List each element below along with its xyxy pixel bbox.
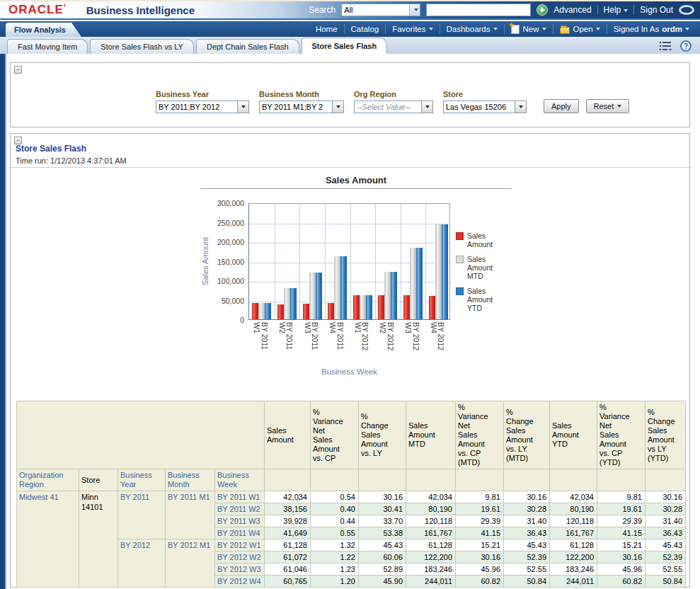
help-menu[interactable]: Help xyxy=(604,5,629,15)
bar-sales-amount[interactable] xyxy=(378,295,384,319)
bar-sales-amount-ytd[interactable] xyxy=(265,303,271,319)
signed-in-menu[interactable]: Signed In Asordm xyxy=(607,25,696,33)
column-header-store: Store xyxy=(79,469,118,491)
region-cell[interactable]: Midwest 41 xyxy=(17,491,79,588)
prompt-field-store: StoreLas Vegas 15206 xyxy=(443,90,527,113)
prompt-control: Las Vegas 15206 xyxy=(443,101,527,113)
week-cell[interactable]: BY 2011 W2 xyxy=(215,503,265,515)
bar-sales-amount-mtd[interactable] xyxy=(435,224,442,319)
empty-header-cell xyxy=(311,469,359,491)
chevron-down-icon xyxy=(336,105,340,108)
column-header-business-month[interactable]: Business Month xyxy=(166,469,215,491)
column-header-variance-net-sales-amount-vs-cp: %VarianceNetSalesAmountvs. CP xyxy=(311,401,359,469)
value-cell: 0.55 xyxy=(311,527,359,539)
week-cell[interactable]: BY 2011 W4 xyxy=(215,527,265,539)
prompt-value-business-year[interactable]: BY 2011;BY 2012 xyxy=(156,101,238,113)
prompt-value-business-month[interactable]: BY 2011 M1;BY 2 xyxy=(259,101,333,113)
week-cell[interactable]: BY 2012 W4 xyxy=(215,576,265,588)
collapse-icon[interactable]: − xyxy=(14,66,22,74)
store-cell: Minn 14101 xyxy=(79,491,118,588)
reset-button[interactable]: Reset xyxy=(586,99,630,113)
advanced-link[interactable]: Advanced xyxy=(553,5,591,15)
page-options-icon[interactable] xyxy=(659,41,673,51)
bar-sales-amount[interactable] xyxy=(277,304,284,319)
tab-store-sales-flash[interactable]: Store Sales Flash xyxy=(302,38,388,54)
nav-link-home[interactable]: Home xyxy=(309,25,344,33)
nav-link-new[interactable]: New xyxy=(505,25,553,34)
bar-sales-amount-ytd[interactable] xyxy=(340,256,347,319)
value-cell: 30.41 xyxy=(359,503,406,515)
global-nav-links: HomeCatalogFavoritesDashboardsNewOpenSig… xyxy=(309,21,700,37)
value-cell: 61,128 xyxy=(265,539,311,551)
search-input[interactable] xyxy=(426,4,531,16)
week-cell[interactable]: BY 2012 W2 xyxy=(215,551,265,564)
bar-sales-amount-ytd[interactable] xyxy=(316,273,322,319)
prompt-value-org-region[interactable]: --Select Value-- xyxy=(354,101,422,113)
bar-sales-amount[interactable] xyxy=(328,303,334,319)
nav-link-dashboards[interactable]: Dashboards xyxy=(440,25,504,33)
dropdown-button[interactable] xyxy=(238,101,249,113)
tab-dept-chain-sales-flash[interactable]: Dept Chain Sales Flash xyxy=(196,39,299,54)
week-cell[interactable]: BY 2012 W1 xyxy=(215,539,265,551)
tab-store-sales-flash-vs-ly[interactable]: Store Sales Flash vs LY xyxy=(90,39,194,54)
nav-link-open[interactable]: Open xyxy=(553,25,607,34)
bar-sales-amount[interactable] xyxy=(429,296,435,319)
bar-sales-amount-mtd[interactable] xyxy=(360,295,366,319)
search-go-button[interactable] xyxy=(537,4,548,16)
nav-link-catalog[interactable]: Catalog xyxy=(345,25,386,33)
column-header-organization-region[interactable]: Organization Region xyxy=(17,469,79,491)
bar-sales-amount-mtd[interactable] xyxy=(384,272,391,319)
bar-sales-amount-ytd[interactable] xyxy=(416,248,423,319)
x-axis-labels: BY 2011W1BY 2011W2BY 2011W3BY 2011W4BY 2… xyxy=(248,321,450,363)
value-cell: 1.23 xyxy=(311,564,359,576)
year-cell[interactable]: BY 2011 xyxy=(118,491,166,539)
table-header-row-dimensions: Organization RegionStoreBusiness YearBus… xyxy=(17,469,686,491)
bar-sales-amount-ytd[interactable] xyxy=(442,224,448,319)
y-tick-label: 150,000 xyxy=(217,258,244,266)
chevron-down-icon[interactable] xyxy=(409,4,420,16)
sign-out-link[interactable]: Sign Out xyxy=(640,5,673,15)
bar-sales-amount-mtd[interactable] xyxy=(258,303,265,319)
prompt-value-store[interactable]: Las Vegas 15206 xyxy=(443,101,515,113)
value-cell: 52.89 xyxy=(359,564,406,576)
bar-sales-amount-mtd[interactable] xyxy=(334,256,340,319)
week-cell[interactable]: BY 2012 W3 xyxy=(215,564,265,576)
dashboard-tab-flow-analysis[interactable]: Flow Analysis xyxy=(6,23,81,37)
dropdown-button[interactable] xyxy=(422,101,433,113)
nav-link-favorites[interactable]: Favorites xyxy=(386,25,439,33)
y-tick-label: 300,000 xyxy=(217,199,244,207)
search-scope-value: All xyxy=(342,6,409,14)
bar-sales-amount-ytd[interactable] xyxy=(391,272,397,319)
divider xyxy=(11,167,689,168)
bar-sales-amount-mtd[interactable] xyxy=(410,248,416,319)
week-cell[interactable]: BY 2011 W3 xyxy=(215,515,265,527)
value-cell: 30.16 xyxy=(456,551,504,564)
value-cell: 61,128 xyxy=(406,539,456,551)
bar-sales-amount[interactable] xyxy=(403,295,410,319)
dropdown-button[interactable] xyxy=(515,101,527,113)
week-cell[interactable]: BY 2011 W1 xyxy=(215,491,265,503)
value-cell: 61,128 xyxy=(550,539,597,551)
bar-sales-amount-ytd[interactable] xyxy=(366,295,372,319)
bar-sales-amount-mtd[interactable] xyxy=(309,273,316,319)
prompt-label: Store xyxy=(443,90,527,98)
month-cell[interactable]: BY 2012 M1 xyxy=(166,539,215,588)
legend-label: Sales Amount MTD xyxy=(467,255,503,280)
bar-sales-amount-mtd[interactable] xyxy=(284,288,290,319)
search-scope-select[interactable]: All xyxy=(341,4,420,16)
empty-header-cell xyxy=(504,469,550,491)
tab-fast-moving-item[interactable]: Fast Moving Item xyxy=(7,39,88,54)
year-cell[interactable]: BY 2012 xyxy=(118,539,166,588)
apply-button[interactable]: Apply xyxy=(544,99,579,113)
column-header-business-week[interactable]: Business Week xyxy=(215,469,265,491)
bar-sales-amount[interactable] xyxy=(353,295,360,319)
month-cell[interactable]: BY 2011 M1 xyxy=(166,491,215,539)
dropdown-button[interactable] xyxy=(333,101,344,113)
legend-swatch xyxy=(456,287,464,295)
bar-sales-amount[interactable] xyxy=(303,304,309,319)
bar-sales-amount[interactable] xyxy=(252,303,258,319)
column-header-business-year[interactable]: Business Year xyxy=(118,469,166,491)
prompt-control: BY 2011;BY 2012 xyxy=(156,101,249,113)
bar-sales-amount-ytd[interactable] xyxy=(290,288,297,319)
help-icon[interactable]: ? xyxy=(680,40,692,52)
